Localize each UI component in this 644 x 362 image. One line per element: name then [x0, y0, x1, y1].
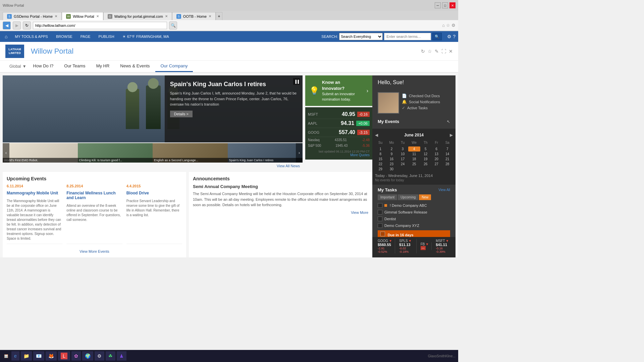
- task-checkbox-4[interactable]: [378, 223, 382, 228]
- tab-ootb[interactable]: S OOTB - Home ✕: [172, 12, 216, 20]
- page-button[interactable]: PAGE: [78, 33, 93, 40]
- cal-day[interactable]: 5: [420, 146, 431, 152]
- view-all-tasks-link[interactable]: View All: [438, 188, 450, 192]
- help-icon[interactable]: ?: [453, 34, 455, 39]
- home-icon[interactable]: ⌂: [3, 33, 9, 41]
- slider-pause-button[interactable]: ▐▐: [293, 78, 300, 85]
- tab-close-gimmal[interactable]: ✕: [165, 14, 168, 18]
- nav-how-do-i[interactable]: How Do I?: [28, 61, 59, 72]
- calendar-prev-button[interactable]: ◀: [375, 133, 378, 137]
- cal-day[interactable]: 9: [386, 152, 397, 157]
- cal-day[interactable]: 20: [431, 157, 442, 162]
- nav-my-hr[interactable]: My HR: [91, 61, 115, 72]
- tab-close-gsdemo[interactable]: ✕: [55, 14, 57, 18]
- refresh-icon[interactable]: ↻: [421, 49, 425, 54]
- cal-day[interactable]: 1: [375, 146, 386, 152]
- star-icon[interactable]: ☆: [446, 23, 450, 28]
- nav-our-teams[interactable]: Our Teams: [59, 61, 91, 72]
- cal-day[interactable]: 12: [420, 152, 431, 157]
- maximize-button[interactable]: □: [442, 2, 448, 8]
- new-tab-button[interactable]: +: [216, 12, 222, 20]
- cal-day[interactable]: 7: [442, 146, 453, 152]
- active-tasks-link[interactable]: ✓ Active Tasks: [402, 106, 440, 110]
- cal-day[interactable]: 11: [408, 152, 420, 157]
- cal-day[interactable]: 14: [442, 152, 453, 157]
- cal-day-today[interactable]: 4: [408, 146, 420, 152]
- cal-day[interactable]: 2: [386, 146, 397, 152]
- search-scope-dropdown[interactable]: Search Everything: [339, 33, 383, 40]
- edit-icon[interactable]: ✎: [435, 49, 439, 54]
- event-title-3[interactable]: Blood Drive: [126, 191, 182, 195]
- search-input[interactable]: [384, 33, 431, 40]
- cal-day[interactable]: 16: [386, 157, 397, 162]
- cal-day[interactable]: 23: [386, 162, 397, 167]
- close-panel-icon[interactable]: ✕: [449, 49, 453, 54]
- cal-day[interactable]: 17: [397, 157, 408, 162]
- address-input[interactable]: [33, 22, 167, 29]
- refresh-button[interactable]: ↻: [23, 21, 31, 29]
- thumbnail-3[interactable]: English as a Second Language...: [153, 143, 228, 163]
- settings-gear-icon[interactable]: ⚙: [447, 34, 451, 39]
- cal-day[interactable]: 19: [420, 157, 431, 162]
- task-tab-important[interactable]: Important: [378, 194, 397, 200]
- thumbnail-4[interactable]: Spain's King Juan Carlos I retires: [228, 143, 303, 163]
- tab-gimmal[interactable]: G Waiting for portal.gimmal.com ✕: [103, 12, 172, 20]
- task-tab-upcoming[interactable]: Upcoming: [398, 194, 418, 200]
- search-submit-button[interactable]: 🔍: [432, 33, 442, 40]
- cal-day[interactable]: 29: [375, 167, 386, 172]
- cal-day[interactable]: 22: [375, 162, 386, 167]
- cal-day[interactable]: 21: [442, 157, 453, 162]
- close-button[interactable]: ✕: [449, 2, 455, 8]
- checked-out-docs-link[interactable]: 📄 Checked Out Docs: [402, 94, 440, 98]
- cal-day[interactable]: 28: [442, 162, 453, 167]
- event-title-1[interactable]: Mammography Mobile Unit: [7, 191, 62, 195]
- expand-icon[interactable]: ⛶: [441, 49, 446, 54]
- cal-day[interactable]: 8: [375, 152, 386, 157]
- user-avatar[interactable]: [378, 92, 399, 114]
- task-tab-new[interactable]: New: [419, 194, 431, 200]
- settings-icon[interactable]: ⚙: [451, 23, 455, 28]
- my-tools-button[interactable]: MY TOOLS & APPS: [12, 33, 50, 40]
- bookmark-icon[interactable]: ☆: [428, 49, 432, 54]
- view-all-news-link[interactable]: View All News: [3, 163, 303, 169]
- publish-button[interactable]: PUBLISH: [96, 33, 117, 40]
- cal-day[interactable]: 24: [397, 162, 408, 167]
- nav-news-events[interactable]: News & Events: [115, 61, 155, 72]
- task-checkbox-warning[interactable]: [380, 232, 385, 236]
- slider-prev-button[interactable]: ‹: [3, 143, 9, 163]
- tab-gsdemo[interactable]: S GSDemo Portal - Home ✕: [3, 12, 62, 20]
- cal-day[interactable]: 30: [386, 167, 397, 172]
- hero-details-button[interactable]: Details >: [170, 111, 193, 117]
- cal-day[interactable]: 26: [420, 162, 431, 167]
- cal-day[interactable]: 18: [408, 157, 420, 162]
- view-more-announcements-link[interactable]: View More: [193, 208, 368, 215]
- global-dropdown[interactable]: Global ▼: [8, 61, 28, 71]
- task-checkbox-2[interactable]: [378, 210, 382, 215]
- back-button[interactable]: ◀: [3, 21, 11, 29]
- tab-willow[interactable]: W Willow Portal ✕: [62, 12, 103, 20]
- cal-day[interactable]: 3: [397, 146, 408, 152]
- innovator-widget[interactable]: 💡 Know an Innovator? Submit an innovator…: [305, 75, 372, 106]
- browse-button[interactable]: BROWSE: [53, 33, 75, 40]
- tab-close-willow[interactable]: ✕: [96, 14, 99, 18]
- nav-our-company[interactable]: Our Company: [155, 61, 193, 72]
- more-quotes-link[interactable]: More Quotes: [308, 153, 370, 157]
- cal-day[interactable]: 10: [397, 152, 408, 157]
- thumbnail-2[interactable]: Climbing Kili: Is tourism good f...: [78, 143, 153, 163]
- task-checkbox-3[interactable]: [378, 217, 382, 221]
- home-icon[interactable]: ⌂: [442, 23, 445, 28]
- cal-day[interactable]: 6: [431, 146, 442, 152]
- cal-day[interactable]: 25: [408, 162, 420, 167]
- event-title-2[interactable]: Financial Wellness Lunch and Learn: [66, 191, 122, 200]
- forward-button[interactable]: ▶: [13, 21, 21, 29]
- thumbnail-1[interactable]: World's First EMO Robot.: [3, 143, 78, 163]
- cal-day[interactable]: 27: [431, 162, 442, 167]
- tab-close-ootb[interactable]: ✕: [209, 14, 211, 18]
- minimize-button[interactable]: ─: [435, 2, 441, 8]
- view-more-events-link[interactable]: View More Events: [7, 247, 182, 256]
- search-address-button[interactable]: 🔍: [169, 21, 177, 29]
- social-notifications-link[interactable]: 🔔 Social Notifications: [402, 100, 440, 104]
- calendar-next-button[interactable]: ▶: [450, 133, 453, 137]
- slider-next-button[interactable]: ›: [296, 143, 303, 163]
- cal-day[interactable]: 15: [375, 157, 386, 162]
